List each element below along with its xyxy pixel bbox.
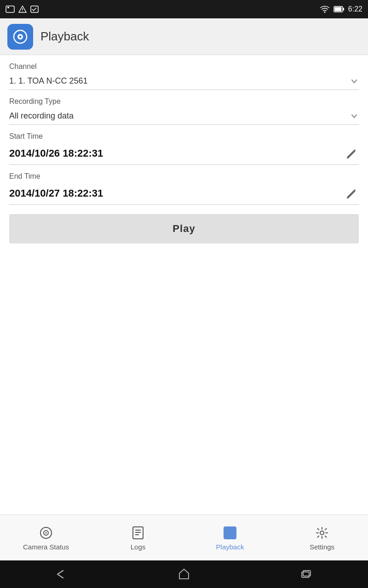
- nav-label-settings: Settings: [310, 543, 334, 551]
- status-icons-left: [6, 6, 39, 13]
- end-time-label: End Time: [9, 172, 359, 181]
- recording-type-value: All recording data: [9, 111, 74, 121]
- home-button[interactable]: [170, 565, 198, 583]
- bottom-nav: Camera Status Logs Playback: [0, 514, 368, 560]
- screenshot-icon: [6, 6, 15, 13]
- channel-group: Channel 1. 1. TOA N-CC 2561: [0, 55, 368, 90]
- channel-label: Channel: [9, 62, 359, 71]
- time-display: 6:22: [348, 5, 362, 13]
- start-time-label: Start Time: [9, 132, 359, 141]
- start-time-row: 2014/10/26 18:22:31: [9, 142, 359, 165]
- nav-label-playback: Playback: [216, 543, 244, 551]
- app-bar: Playback: [0, 18, 368, 55]
- recording-type-dropdown[interactable]: All recording data: [9, 107, 359, 125]
- nav-item-logs[interactable]: Logs: [92, 525, 184, 551]
- app-title: Playback: [40, 29, 89, 44]
- android-nav: [0, 560, 368, 588]
- start-time-edit-button[interactable]: [344, 146, 359, 161]
- recording-type-dropdown-arrow: [350, 112, 359, 121]
- end-time-value: 2014/10/27 18:22:31: [9, 187, 103, 199]
- back-button[interactable]: [47, 565, 75, 583]
- end-time-group: End Time 2014/10/27 18:22:31: [0, 165, 368, 205]
- end-time-edit-button[interactable]: [344, 186, 359, 201]
- status-bar-right: 6:22: [320, 5, 362, 13]
- svg-point-15: [46, 532, 47, 534]
- channel-dropdown[interactable]: 1. 1. TOA N-CC 2561: [9, 73, 359, 90]
- svg-rect-8: [334, 7, 341, 11]
- svg-rect-1: [7, 7, 9, 8]
- channel-value: 1. 1. TOA N-CC 2561: [9, 76, 87, 86]
- status-bar: 6:22: [0, 0, 368, 18]
- recents-button[interactable]: [293, 565, 321, 583]
- svg-rect-9: [343, 8, 344, 11]
- nav-item-settings[interactable]: Settings: [276, 525, 368, 551]
- alert-icon: [18, 6, 27, 13]
- nav-item-camera-status[interactable]: Camera Status: [0, 525, 92, 551]
- wifi-icon: [320, 6, 330, 13]
- play-button-container: Play: [0, 205, 368, 243]
- svg-point-4: [22, 11, 23, 12]
- svg-point-22: [320, 531, 324, 535]
- logs-icon: [130, 525, 146, 541]
- svg-point-6: [324, 11, 325, 13]
- main-content: Channel 1. 1. TOA N-CC 2561 Recording Ty…: [0, 55, 368, 514]
- start-time-value: 2014/10/26 18:22:31: [9, 147, 103, 159]
- settings-icon: [314, 525, 330, 541]
- end-time-row: 2014/10/27 18:22:31: [9, 182, 359, 205]
- playback-icon: [222, 525, 238, 541]
- nav-label-logs: Logs: [131, 543, 146, 551]
- channel-dropdown-arrow: [350, 77, 359, 86]
- play-button[interactable]: Play: [9, 214, 359, 243]
- recording-type-label: Recording Type: [9, 97, 359, 106]
- svg-rect-0: [6, 6, 14, 12]
- check-icon: [30, 6, 39, 13]
- app-icon: [7, 24, 33, 50]
- nav-label-camera-status: Camera Status: [23, 543, 69, 551]
- battery-icon: [334, 6, 345, 12]
- svg-point-12: [19, 35, 22, 38]
- nav-item-playback[interactable]: Playback: [184, 525, 276, 551]
- start-time-group: Start Time 2014/10/26 18:22:31: [0, 125, 368, 165]
- recording-type-group: Recording Type All recording data: [0, 90, 368, 125]
- camera-status-icon: [38, 525, 54, 541]
